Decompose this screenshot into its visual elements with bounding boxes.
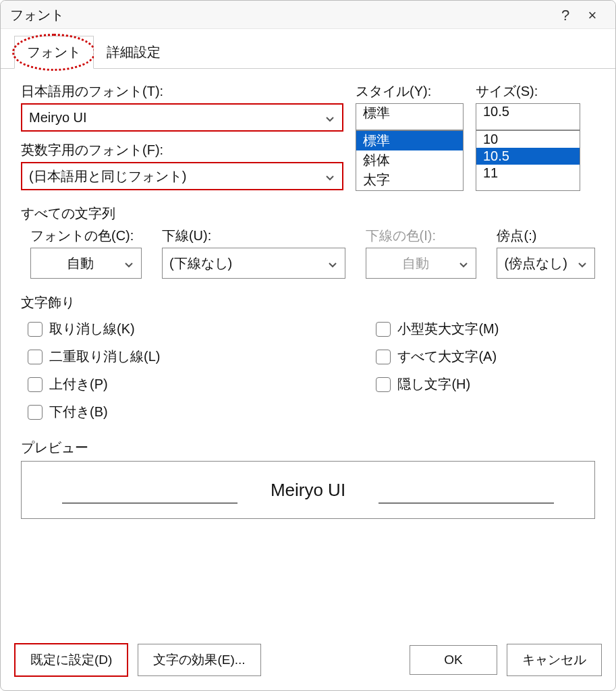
hidden-label: 隠し文字(H) [397, 375, 470, 393]
superscript-label: 上付き(P) [49, 375, 108, 393]
ok-button[interactable]: OK [410, 645, 497, 675]
style-option[interactable]: 太字 [356, 170, 463, 190]
chevron-down-icon [327, 258, 338, 269]
tab-strip: フォント 詳細設定 [1, 29, 615, 69]
chevron-down-icon [325, 171, 335, 182]
preview-label: プレビュー [21, 439, 595, 457]
titlebar: フォント ? × [1, 1, 615, 29]
small-caps-checkbox[interactable]: 小型英大文字(M) [376, 320, 499, 338]
emphasis-combo[interactable]: (傍点なし) [497, 248, 595, 279]
dialog-footer: 既定に設定(D) 文字の効果(E)... OK キャンセル [1, 635, 615, 690]
small-caps-label: 小型英大文字(M) [397, 320, 499, 338]
size-option[interactable]: 10.5 [476, 148, 580, 165]
all-caps-checkbox[interactable]: すべて大文字(A) [376, 348, 499, 366]
tab-advanced[interactable]: 詳細設定 [94, 36, 173, 68]
checkbox-icon [376, 322, 391, 337]
checkbox-icon [376, 350, 391, 364]
emphasis-value: (傍点なし) [504, 254, 577, 273]
cancel-button[interactable]: キャンセル [507, 644, 602, 676]
chevron-down-icon [577, 258, 588, 269]
font-color-combo[interactable]: 自動 [30, 248, 142, 279]
underline-combo[interactable]: (下線なし) [162, 248, 345, 279]
underline-color-combo[interactable]: 自動 [366, 248, 477, 279]
size-label: サイズ(S): [476, 82, 580, 101]
preview-underline-right [379, 503, 554, 503]
underline-value: (下線なし) [169, 254, 327, 273]
preview-text: Meiryo UI [271, 480, 345, 501]
emphasis-label: 傍点(:) [497, 227, 595, 245]
underline-color-label: 下線の色(I): [366, 227, 477, 245]
checkbox-icon [28, 377, 43, 392]
help-button[interactable]: ? [552, 7, 579, 24]
strikethrough-label: 取り消し線(K) [49, 320, 135, 338]
superscript-checkbox[interactable]: 上付き(P) [28, 375, 160, 393]
style-option[interactable]: 斜体 [356, 150, 463, 170]
hidden-checkbox[interactable]: 隠し文字(H) [376, 375, 499, 393]
size-option[interactable]: 10 [476, 131, 580, 148]
effects-label: 文字飾り [21, 294, 595, 312]
dialog-body: 日本語用のフォント(T): Meiryo UI 英数字用のフォント(F): (日… [1, 69, 615, 635]
jp-font-combo[interactable]: Meiryo UI [21, 103, 343, 132]
underline-label: 下線(U): [162, 227, 345, 245]
chevron-down-icon [458, 258, 469, 269]
double-strike-label: 二重取り消し線(L) [49, 348, 160, 366]
jp-font-value: Meiryo UI [29, 110, 325, 126]
checkbox-icon [376, 377, 391, 392]
font-color-value: 自動 [38, 254, 123, 273]
underline-color-value: 自動 [373, 254, 459, 273]
latin-font-value: (日本語用と同じフォント) [29, 167, 325, 186]
style-option[interactable]: 標準 [356, 131, 463, 150]
style-input[interactable]: 標準 [356, 103, 464, 130]
latin-font-combo[interactable]: (日本語用と同じフォント) [21, 162, 343, 190]
tab-advanced-label: 詳細設定 [107, 45, 161, 59]
font-dialog: フォント ? × フォント 詳細設定 日本語用のフォント(T): Meiryo … [0, 0, 616, 691]
text-effects-button[interactable]: 文字の効果(E)... [138, 644, 260, 676]
preview-box: Meiryo UI [21, 461, 595, 519]
checkbox-icon [28, 405, 43, 420]
jp-font-label: 日本語用のフォント(T): [21, 82, 343, 101]
font-color-label: フォントの色(C): [30, 227, 142, 245]
checkbox-icon [28, 350, 43, 364]
set-default-button[interactable]: 既定に設定(D) [14, 643, 128, 677]
window-title: フォント [10, 6, 552, 24]
preview-underline-left [62, 503, 237, 503]
size-option[interactable]: 11 [476, 165, 580, 182]
size-listbox[interactable]: 1010.511 [476, 130, 580, 191]
chevron-down-icon [325, 112, 335, 123]
size-input[interactable]: 10.5 [476, 103, 580, 130]
all-text-label: すべての文字列 [21, 204, 595, 223]
subscript-label: 下付き(B) [49, 403, 108, 421]
double-strike-checkbox[interactable]: 二重取り消し線(L) [28, 348, 160, 366]
checkbox-icon [28, 322, 43, 337]
tab-font-label: フォント [27, 45, 81, 59]
tab-font[interactable]: フォント [14, 36, 94, 69]
style-label: スタイル(Y): [356, 82, 464, 101]
subscript-checkbox[interactable]: 下付き(B) [28, 403, 160, 421]
latin-font-label: 英数字用のフォント(F): [21, 141, 343, 159]
chevron-down-icon [123, 258, 134, 269]
all-caps-label: すべて大文字(A) [397, 348, 497, 366]
close-button[interactable]: × [579, 7, 606, 24]
strikethrough-checkbox[interactable]: 取り消し線(K) [28, 320, 160, 338]
style-listbox[interactable]: 標準斜体太字 [356, 130, 464, 191]
